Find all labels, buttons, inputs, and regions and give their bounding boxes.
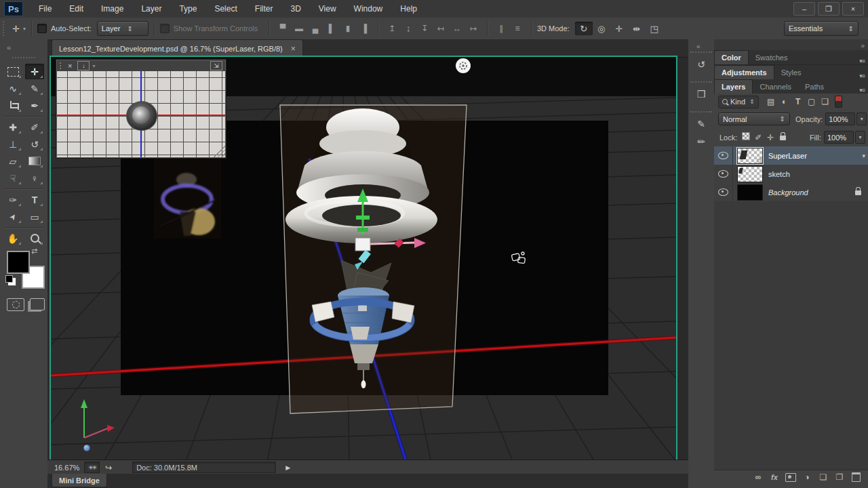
- menu-window[interactable]: Window: [345, 4, 392, 14]
- tab-channels[interactable]: Channels: [753, 80, 797, 94]
- screen-mode-button[interactable]: [30, 298, 45, 310]
- layer-name[interactable]: SuperLaser: [768, 152, 807, 160]
- status-menu-arrow-icon[interactable]: ▶: [285, 464, 290, 471]
- workspace-dropdown[interactable]: Essentials ⇕: [784, 21, 859, 36]
- filter-type-icon[interactable]: T: [791, 97, 805, 106]
- lock-position-icon[interactable]: ✛: [764, 133, 776, 142]
- menu-filter[interactable]: Filter: [246, 4, 282, 14]
- 3d-slide-icon[interactable]: ⇹: [628, 22, 646, 35]
- path-selection-tool[interactable]: ➤: [3, 209, 22, 224]
- opacity-caret-icon[interactable]: ▾: [856, 113, 867, 125]
- restore-button[interactable]: ❐: [818, 2, 840, 16]
- clone-stamp-tool[interactable]: ⊥: [3, 136, 22, 152]
- delete-layer-icon[interactable]: [848, 472, 864, 483]
- move-tool[interactable]: ✛: [25, 64, 44, 79]
- 3d-roll-icon[interactable]: ◎: [593, 22, 610, 35]
- brush-tool[interactable]: ✐: [25, 119, 44, 135]
- lock-paint-icon[interactable]: ✐: [752, 133, 764, 142]
- dodge-tool[interactable]: ♀: [25, 170, 44, 186]
- brush-panel-icon[interactable]: ✎: [692, 115, 711, 133]
- layer-row-sketch[interactable]: sketch: [714, 165, 868, 184]
- lock-all-icon[interactable]: [776, 133, 789, 142]
- clone-source-icon[interactable]: ✏: [692, 133, 711, 150]
- filter-adjustment-icon[interactable]: ◐: [778, 97, 791, 106]
- menu-select[interactable]: Select: [205, 4, 245, 14]
- tab-adjustments[interactable]: Adjustments: [714, 65, 774, 79]
- resize-handle[interactable]: [212, 144, 225, 157]
- tab-color[interactable]: Color: [714, 50, 749, 64]
- panel-menu-icon[interactable]: ▾≡: [859, 87, 865, 94]
- canvas-3d-viewport[interactable]: × ↓ ▾ ⇲: [51, 57, 676, 460]
- visibility-toggle[interactable]: [714, 146, 733, 165]
- lock-transparent-icon[interactable]: [740, 132, 752, 142]
- layer-name[interactable]: Background: [768, 188, 808, 197]
- history-brush-tool[interactable]: ↺: [25, 136, 44, 152]
- current-tool-badge[interactable]: ✛ ▾: [12, 24, 26, 34]
- document-tab[interactable]: Lesson12_TextureDevelopment.psd @ 16.7% …: [52, 39, 303, 57]
- share-icon[interactable]: ↪: [105, 463, 112, 472]
- distribute-hcenter-icon[interactable]: ↔: [449, 22, 465, 35]
- gizmo-center-cube[interactable]: [355, 238, 370, 251]
- align-top-icon[interactable]: ▀: [275, 22, 291, 35]
- distribute-vcenter-icon[interactable]: ↨: [400, 22, 416, 35]
- crop-tool[interactable]: [3, 98, 22, 113]
- type-tool[interactable]: T: [25, 192, 44, 207]
- close-view-icon[interactable]: ×: [68, 62, 72, 70]
- align-bottom-icon[interactable]: ▄: [307, 22, 323, 35]
- swap-view-icon[interactable]: ⇲: [210, 61, 222, 70]
- auto-select-checkbox[interactable]: [37, 24, 47, 33]
- menu-image[interactable]: Image: [92, 4, 132, 14]
- visibility-toggle[interactable]: [714, 165, 733, 183]
- opacity-value[interactable]: 100%: [825, 113, 855, 125]
- toolbar-collapse-icon[interactable]: «: [7, 43, 10, 52]
- menu-layer[interactable]: Layer: [132, 4, 170, 14]
- menu-help[interactable]: Help: [391, 4, 426, 14]
- shape-tool[interactable]: ▭: [25, 209, 44, 224]
- smudge-tool[interactable]: ☟: [3, 170, 22, 186]
- layer-thumbnail[interactable]: [737, 184, 763, 201]
- new-layer-icon[interactable]: ❐: [831, 472, 848, 482]
- tab-paths[interactable]: Paths: [798, 80, 831, 94]
- new-group-icon[interactable]: ❏: [815, 472, 831, 482]
- 3d-pan-icon[interactable]: ✛: [610, 22, 628, 35]
- align-right-icon[interactable]: ▐: [356, 22, 372, 35]
- menu-view[interactable]: View: [310, 4, 345, 14]
- hand-tool[interactable]: ✋: [3, 230, 22, 246]
- secondary-view-window[interactable]: × ↓ ▾ ⇲: [56, 60, 226, 158]
- fill-value[interactable]: 100%: [824, 131, 854, 144]
- filter-pixel-icon[interactable]: ▤: [764, 97, 778, 106]
- brush-panels-group[interactable]: ✎ ✏: [690, 111, 712, 150]
- view-menu-caret-icon[interactable]: ▾: [92, 63, 95, 69]
- layer-style-icon[interactable]: fx: [766, 472, 783, 482]
- quick-mask-button[interactable]: [7, 298, 24, 311]
- layer-row-background[interactable]: Background: [714, 183, 868, 202]
- collapse-panels-icon[interactable]: »: [861, 42, 864, 49]
- zoom-tool[interactable]: [25, 230, 44, 246]
- expand-panels-icon[interactable]: «: [696, 43, 700, 50]
- align-hcenter-icon[interactable]: ▮: [340, 22, 356, 35]
- auto-select-target-dropdown[interactable]: Layer ⇕: [97, 21, 149, 36]
- fill-caret-icon[interactable]: ▾: [855, 131, 865, 144]
- show-transform-checkbox[interactable]: [160, 24, 170, 33]
- panel-menu-icon[interactable]: ▾≡: [859, 58, 865, 64]
- layer-thumbnail[interactable]: ◈: [737, 148, 763, 164]
- distribute-top-icon[interactable]: ↥: [384, 22, 400, 35]
- filter-kind-dropdown[interactable]: Kind ⇕: [718, 96, 759, 108]
- swap-colors-icon[interactable]: ⇄: [31, 247, 37, 256]
- drag-grip-icon[interactable]: [60, 62, 64, 69]
- 3d-panel-button[interactable]: ❒: [690, 81, 712, 103]
- menu-file[interactable]: File: [30, 4, 60, 14]
- filter-smart-object-icon[interactable]: ❏: [818, 97, 832, 106]
- lasso-tool[interactable]: ∿: [3, 81, 22, 96]
- tab-swatches[interactable]: Swatches: [749, 51, 795, 64]
- menu-edit[interactable]: Edit: [60, 4, 92, 14]
- menu-3d[interactable]: 3D: [281, 4, 309, 14]
- secondary-view-header[interactable]: × ↓ ▾ ⇲: [57, 60, 225, 71]
- toolbar-grip[interactable]: [12, 57, 35, 58]
- panel-menu-icon[interactable]: ▾≡: [859, 73, 865, 79]
- distribute-right-icon[interactable]: ↦: [465, 22, 481, 35]
- layer-row-superlaser[interactable]: ◈ SuperLaser ▾: [714, 146, 868, 165]
- pen-tool[interactable]: ✑: [3, 192, 22, 207]
- tab-layers[interactable]: Layers: [714, 79, 753, 94]
- link-layers-icon[interactable]: ∞: [750, 472, 766, 482]
